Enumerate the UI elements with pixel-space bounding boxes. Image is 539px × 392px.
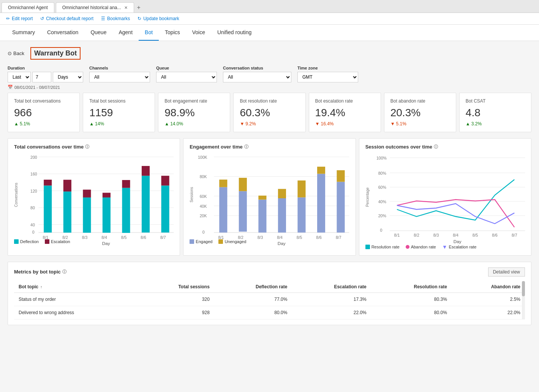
- tab-conversation[interactable]: Conversation: [41, 25, 85, 41]
- svg-rect-16: [122, 188, 130, 233]
- bookmarks-button[interactable]: ☰ Bookmarks: [101, 16, 130, 21]
- engaged-label: Engaged: [196, 239, 212, 244]
- table-row: Delivered to wrong address 928 80.0% 22.…: [14, 306, 525, 319]
- svg-rect-59: [337, 170, 345, 182]
- tab-summary[interactable]: Summary: [6, 25, 41, 41]
- escalation-line-icon: ▼: [442, 244, 447, 250]
- queue-select[interactable]: All: [156, 72, 217, 82]
- svg-rect-46: [220, 187, 228, 232]
- info-icon[interactable]: ⓘ: [85, 144, 89, 150]
- svg-text:0: 0: [380, 228, 382, 232]
- svg-rect-52: [337, 182, 345, 233]
- kpi-bot-escalation-rate: Bot escalation rate 19.4% ▼ 16.4%: [309, 93, 381, 132]
- close-tab-icon[interactable]: ✕: [124, 5, 128, 10]
- tab-unified-routing[interactable]: Unified routing: [211, 25, 258, 41]
- svg-rect-54: [239, 178, 247, 191]
- kpi-value: 966: [14, 107, 73, 119]
- svg-text:80K: 80K: [200, 174, 207, 179]
- svg-rect-19: [44, 180, 52, 185]
- duration-value-input[interactable]: [32, 72, 51, 82]
- channels-select[interactable]: All: [89, 72, 150, 82]
- scroll-track[interactable]: [522, 281, 525, 319]
- svg-text:8/6: 8/6: [141, 235, 146, 240]
- info-icon[interactable]: ⓘ: [434, 144, 438, 150]
- edit-report-button[interactable]: ✏ Edit report: [6, 16, 33, 21]
- tab-topics[interactable]: Topics: [159, 25, 186, 41]
- y-axis-label: Percentage: [365, 154, 371, 240]
- kpi-bot-engagement-rate: Bot engagement rate 98.9% ▲ 14.0%: [158, 93, 230, 132]
- svg-text:8/7: 8/7: [160, 235, 166, 240]
- info-icon[interactable]: ⓘ: [62, 269, 66, 275]
- duration-preset-select[interactable]: Last: [8, 72, 31, 82]
- update-bookmark-button[interactable]: ↻ Update bookmark: [138, 16, 179, 21]
- legend-unengaged: Unengaged: [218, 239, 246, 244]
- col-escalation-rate: Escalation rate: [292, 281, 371, 293]
- tab-bot[interactable]: Bot: [139, 25, 159, 41]
- svg-rect-50: [298, 198, 306, 233]
- deflection-color: [14, 239, 19, 244]
- kpi-total-bot-conversations: Total bot conversations 966 ▲ 5.1%: [8, 93, 80, 132]
- calendar-icon: 📅: [8, 85, 13, 90]
- channels-label: Channels: [89, 66, 150, 70]
- svg-text:20%: 20%: [378, 213, 386, 218]
- svg-rect-56: [278, 189, 286, 198]
- engagement-over-time-chart: Engagement over time ⓘ Sessions 100K 80K…: [183, 138, 356, 256]
- svg-text:120: 120: [30, 189, 37, 193]
- add-tab-button[interactable]: +: [134, 4, 144, 11]
- col-abandon-rate: Abandon rate: [452, 281, 525, 293]
- sync-icon: ↻: [138, 16, 141, 21]
- chart-legend: Engaged Unengaged: [190, 239, 349, 244]
- svg-text:80%: 80%: [378, 171, 386, 175]
- checkout-default-button[interactable]: ↺ Checkout default report: [40, 16, 93, 21]
- checkout-label: Checkout default report: [46, 16, 93, 21]
- svg-text:8/7: 8/7: [336, 235, 341, 240]
- tab-agent[interactable]: Agent: [112, 25, 139, 41]
- svg-rect-49: [278, 198, 286, 232]
- chart-legend: Deflection Escalation: [14, 239, 174, 244]
- col-bot-topic[interactable]: Bot topic ↑: [14, 281, 137, 293]
- info-icon[interactable]: ⓘ: [244, 144, 248, 150]
- pencil-icon: ✏: [6, 16, 10, 21]
- kpi-value: 1159: [89, 107, 149, 119]
- kpi-title: Total bot conversations: [14, 98, 73, 104]
- escalation-color: [45, 239, 49, 244]
- kpi-delta: ▲ 5.1%: [14, 121, 73, 126]
- svg-text:8/5: 8/5: [472, 233, 478, 237]
- legend-escalation: Escalation: [45, 239, 70, 244]
- browser-tab-active[interactable]: Omnichannel Agent: [2, 2, 54, 13]
- tab-label: Omnichannel Agent: [8, 5, 48, 10]
- filters-row: Duration Last Days 📅 08/01/2021 - 08/07/…: [8, 66, 531, 90]
- back-button[interactable]: ⊙ Back: [8, 51, 24, 56]
- session-outcomes-chart: Session outcomes over time ⓘ Percentage …: [359, 138, 531, 256]
- queue-filter: Queue All: [156, 66, 217, 82]
- escalation-rate-cell: 17.3%: [292, 292, 371, 306]
- timezone-select[interactable]: GMT: [297, 72, 358, 82]
- kpi-value: 4.8: [466, 107, 525, 119]
- kpi-value: 98.9%: [164, 107, 224, 119]
- chart-title-label: Total conversations over time: [14, 144, 84, 150]
- list-icon: ☰: [101, 16, 105, 21]
- tab-queue[interactable]: Queue: [84, 25, 112, 41]
- arrow-up-icon: ▲: [14, 121, 19, 126]
- legend-abandon: Abandon rate: [406, 245, 436, 249]
- scroll-thumb[interactable]: [522, 281, 525, 296]
- abandon-label: Abandon rate: [411, 245, 436, 249]
- browser-tab-historical[interactable]: Omnichannel historical ana... ✕: [56, 2, 134, 13]
- duration-unit-select[interactable]: Days: [53, 72, 83, 82]
- kpi-delta: ▲ 3.2%: [466, 121, 525, 126]
- arrow-up-icon: ▲: [164, 121, 169, 126]
- conversation-status-select[interactable]: All: [223, 72, 291, 82]
- tab-voice[interactable]: Voice: [186, 25, 211, 41]
- detailed-view-button[interactable]: Detailed view: [488, 267, 525, 277]
- svg-text:8/3: 8/3: [258, 235, 263, 240]
- svg-text:100%: 100%: [376, 156, 387, 160]
- svg-rect-20: [63, 180, 71, 191]
- svg-text:8/5: 8/5: [297, 235, 302, 240]
- svg-text:8/3: 8/3: [82, 235, 88, 240]
- update-bookmark-label: Update bookmark: [143, 16, 179, 21]
- conversation-status-filter: Conversation status All: [223, 66, 291, 82]
- unengaged-color: [218, 239, 223, 244]
- svg-rect-18: [161, 185, 169, 232]
- svg-text:8/1: 8/1: [218, 235, 224, 240]
- timezone-filter: Time zone GMT: [297, 66, 358, 82]
